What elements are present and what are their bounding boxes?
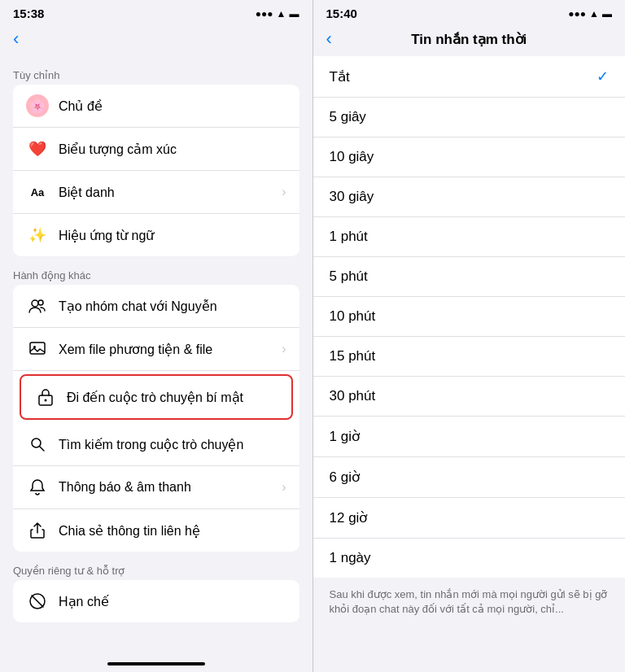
svg-line-7 [40,447,44,451]
right-nav-bar: ‹ Tin nhắn tạm thời [313,24,626,56]
footer-note: Sau khi được xem, tin nhắn mới mà mọi ng… [313,578,626,626]
card-group-customize: 🌸 Chủ đề ❤️ Biểu tượng cảm xúc Aa Biệt d… [13,85,299,256]
effects-icon: ✨ [26,224,49,247]
option-5s[interactable]: 5 giây [313,98,626,137]
menu-item-search[interactable]: Tìm kiếm trong cuộc trò chuyện [13,423,299,466]
card-group-actions: Tạo nhóm chat với Nguyễn Xem file phương… [13,285,299,552]
left-status-time: 15:38 [13,7,44,20]
left-home-indicator [107,662,205,665]
left-nav-bar: ‹ [0,24,312,56]
left-back-button[interactable]: ‹ [13,28,37,50]
view-files-label: Xem file phương tiện & file [59,342,282,357]
option-1d-label: 1 ngày [330,550,371,566]
theme-icon: 🌸 [26,94,49,117]
option-off[interactable]: Tắt ✓ [313,56,626,98]
search-label: Tìm kiếm trong cuộc trò chuyện [59,437,286,452]
emoji-icon: ❤️ [26,137,49,160]
option-15m[interactable]: 15 phút [313,337,626,377]
left-status-icons: ●●● ▲ ▬ [256,8,299,20]
share-contact-label: Chia sẻ thông tin liên hệ [59,523,286,539]
menu-item-restrict[interactable]: Hạn chế [13,580,299,622]
left-status-bar: 15:38 ●●● ▲ ▬ [0,0,312,24]
section-label-privacy: Quyền riêng tư & hỗ trợ [0,558,312,580]
section-label-actions: Hành động khác [0,263,312,285]
nickname-chevron-icon: › [282,185,286,199]
right-nav-title: Tin nhắn tạm thời [351,31,588,48]
svg-point-5 [45,399,47,402]
menu-item-create-group[interactable]: Tạo nhóm chat với Nguyễn [13,285,299,328]
option-10s-label: 10 giây [330,149,374,165]
view-files-chevron-icon: › [282,342,286,356]
menu-item-theme[interactable]: 🌸 Chủ đề [13,85,299,128]
secret-chat-label: Đi đến cuộc trò chuyện bí mật [67,390,278,405]
option-30m[interactable]: 30 phút [313,377,626,417]
svg-point-0 [32,300,38,307]
svg-point-1 [38,300,43,305]
left-panel: 15:38 ●●● ▲ ▬ ‹ Tùy chỉnh 🌸 Chủ đề ❤️ Bi… [0,0,312,672]
notification-icon [26,476,49,499]
option-5m[interactable]: 5 phút [313,257,626,297]
notification-chevron-icon: › [282,480,286,495]
option-30s[interactable]: 30 giây [313,177,626,217]
menu-item-notification[interactable]: Thông báo & âm thanh › [13,466,299,509]
menu-item-nickname[interactable]: Aa Biệt danh › [13,171,299,214]
option-off-label: Tắt [330,68,350,85]
notification-label: Thông báo & âm thanh [59,480,282,495]
option-10m[interactable]: 10 phút [313,297,626,337]
option-12h[interactable]: 12 giờ [313,498,626,539]
effects-label: Hiệu ứng từ ngữ [59,228,286,243]
section-label-customize: Tùy chỉnh [0,63,312,85]
right-status-bar: 15:40 ●●● ▲ ▬ [313,0,626,24]
option-1m[interactable]: 1 phút [313,217,626,257]
create-group-icon [26,295,49,317]
theme-label: Chủ đề [59,98,286,114]
option-10m-label: 10 phút [330,308,376,325]
right-back-button[interactable]: ‹ [326,28,351,50]
search-icon [26,433,49,456]
right-scroll-area: Tắt ✓ 5 giây 10 giây 30 giây 1 phút 5 ph… [313,56,626,672]
option-6h[interactable]: 6 giờ [313,457,626,498]
menu-item-view-files[interactable]: Xem file phương tiện & file › [13,328,299,371]
option-1h[interactable]: 1 giờ [313,417,626,457]
restrict-label: Hạn chế [59,594,286,609]
secret-chat-icon [34,386,57,408]
emoji-label: Biểu tượng cảm xúc [59,142,286,157]
option-1h-label: 1 giờ [330,428,360,445]
svg-line-9 [32,596,43,607]
option-5s-label: 5 giây [330,109,366,125]
option-1m-label: 1 phút [330,229,368,245]
option-30s-label: 30 giây [330,189,374,205]
menu-item-share-contact[interactable]: Chia sẻ thông tin liên hệ [13,509,299,552]
share-contact-icon [26,519,49,542]
option-off-checkmark: ✓ [597,68,609,85]
restrict-icon [26,590,49,613]
create-group-label: Tạo nhóm chat với Nguyễn [59,299,286,314]
option-12h-label: 12 giờ [330,509,368,526]
menu-item-secret-chat[interactable]: Đi đến cuộc trò chuyện bí mật [20,374,293,420]
option-6h-label: 6 giờ [330,469,360,486]
option-1d[interactable]: 1 ngày [313,539,626,578]
right-status-time: 15:40 [326,7,357,20]
svg-rect-2 [30,343,45,354]
card-group-privacy: Hạn chế [13,580,299,622]
option-15m-label: 15 phút [330,348,376,364]
svg-point-6 [32,439,41,447]
option-10s[interactable]: 10 giây [313,137,626,177]
options-list: Tắt ✓ 5 giây 10 giây 30 giây 1 phút 5 ph… [313,56,626,578]
option-30m-label: 30 phút [330,388,376,404]
left-scroll-area: Tùy chỉnh 🌸 Chủ đề ❤️ Biểu tượng cảm xúc… [0,56,312,657]
right-panel: 15:40 ●●● ▲ ▬ ‹ Tin nhắn tạm thời Tắt ✓ … [313,0,626,672]
menu-item-effects[interactable]: ✨ Hiệu ứng từ ngữ [13,214,299,256]
menu-item-emoji[interactable]: ❤️ Biểu tượng cảm xúc [13,128,299,171]
option-5m-label: 5 phút [330,268,368,285]
nickname-icon: Aa [26,181,49,203]
right-status-icons: ●●● ▲ ▬ [568,8,612,20]
view-files-icon [26,338,49,360]
nickname-label: Biệt danh [59,185,282,200]
